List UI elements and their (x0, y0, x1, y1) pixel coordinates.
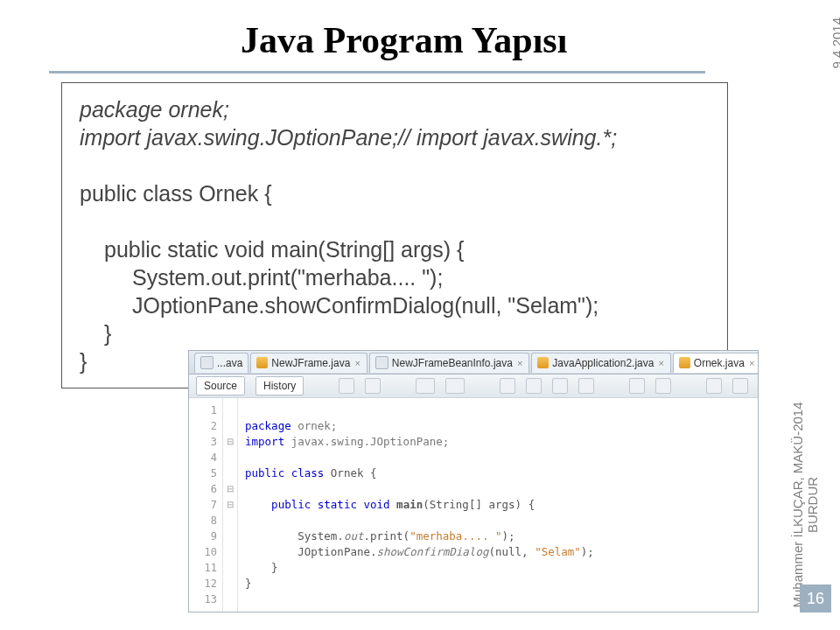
close-icon[interactable]: × (516, 358, 523, 368)
java-icon (679, 357, 690, 368)
code-editor[interactable]: package ornek; import javax.swing.JOptio… (238, 398, 758, 612)
close-icon[interactable]: × (354, 358, 360, 368)
toolbar-icon[interactable] (416, 378, 435, 394)
editor-toolbar: Source History (189, 374, 758, 398)
line-gutter: 12345678910111213 (189, 398, 223, 612)
ide-editor: ...ava NewJFrame.java× NewJFrameBeanInfo… (188, 350, 759, 612)
toolbar-icon[interactable] (732, 378, 748, 394)
toolbar-icon[interactable] (655, 378, 671, 394)
tab-newjframe[interactable]: NewJFrame.java× (250, 353, 367, 373)
toolbar-icon[interactable] (445, 378, 465, 394)
file-icon (200, 356, 214, 369)
tab-ornek[interactable]: Ornek.java× (673, 353, 758, 373)
tab-overflow[interactable]: ...ava (194, 353, 248, 373)
close-icon[interactable]: × (748, 358, 755, 368)
toolbar-icon[interactable] (706, 378, 722, 394)
slide-credit: Muhammer İLKUÇAR, MAKÜ-2014 BURDUR (790, 400, 820, 610)
slide-date: 9.4.2014 (830, 18, 840, 68)
toolbar-icon[interactable] (526, 378, 542, 394)
page-title: Java Program Yapısı (241, 19, 567, 61)
bean-icon (375, 356, 388, 369)
tab-newjframe-beaninfo[interactable]: NewJFrameBeanInfo.java× (369, 353, 530, 373)
history-button[interactable]: History (256, 376, 304, 396)
sidebar-meta: 9.4.2014 Muhammer İLKUÇAR, MAKÜ-2014 BUR… (796, 0, 840, 630)
toolbar-icon[interactable] (339, 378, 354, 394)
toolbar-icon[interactable] (365, 378, 381, 394)
java-icon (256, 357, 268, 368)
divider (49, 71, 705, 74)
fold-gutter: ⊟⊟⊟ (223, 398, 238, 612)
java-icon (537, 357, 549, 368)
toolbar-icon[interactable] (552, 378, 568, 394)
close-icon[interactable]: × (657, 358, 664, 368)
code-sample-box: package ornek; import javax.swing.JOptio… (61, 82, 728, 388)
tab-javaapplication2[interactable]: JavaApplication2.java× (531, 353, 671, 373)
toolbar-icon[interactable] (500, 378, 515, 394)
slide-number: 16 (800, 584, 831, 612)
toolbar-icon[interactable] (629, 378, 645, 394)
toolbar-icon[interactable] (578, 378, 594, 394)
editor-tabstrip: ...ava NewJFrame.java× NewJFrameBeanInfo… (189, 351, 758, 374)
source-button[interactable]: Source (196, 376, 245, 396)
